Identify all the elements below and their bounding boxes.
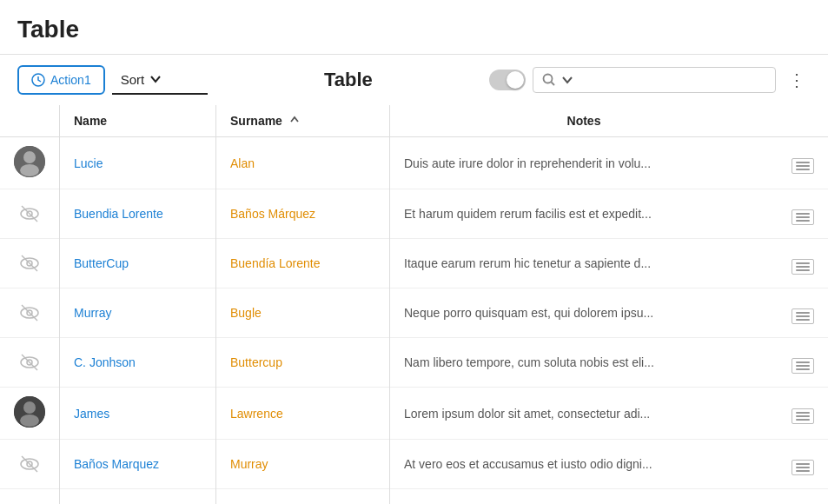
search-icon xyxy=(542,73,556,87)
data-table: Name Surname Notes LucieAlanDuis a xyxy=(0,105,828,504)
cell-surname[interactable]: Buendía Lorente xyxy=(216,239,390,288)
cell-surname[interactable]: Smith xyxy=(216,489,390,505)
cell-notes: Duis aute irure dolor in reprehenderit i… xyxy=(390,137,778,189)
col-header-name: Name xyxy=(60,105,216,137)
row-menu-icon[interactable] xyxy=(792,460,814,475)
cell-notes: Et harum quidem rerum facilis est et exp… xyxy=(390,189,778,239)
row-menu-icon[interactable] xyxy=(792,308,814,324)
cell-avatar xyxy=(0,189,60,239)
cell-surname[interactable]: Murray xyxy=(216,440,390,489)
page-title: Table xyxy=(0,0,828,54)
cell-surname[interactable]: Baños Márquez xyxy=(216,189,390,239)
chevron-down-icon xyxy=(149,73,162,85)
table-row: BugleSmithSed ut perspiciatis unde omnis… xyxy=(0,489,828,505)
cell-avatar xyxy=(0,440,60,489)
no-avatar-icon xyxy=(14,198,45,229)
toggle-switch[interactable] xyxy=(489,70,526,90)
action1-button[interactable]: Action1 xyxy=(17,65,105,95)
cell-action[interactable] xyxy=(778,137,828,189)
search-area xyxy=(533,67,776,93)
cell-action[interactable] xyxy=(778,239,828,288)
cell-name[interactable]: ButterCup xyxy=(60,239,216,288)
cell-action[interactable] xyxy=(778,440,828,489)
cell-name[interactable]: Murray xyxy=(60,288,216,338)
table-row: Baños MarquezMurrayAt vero eos et accusa… xyxy=(0,440,828,489)
table-row: C. JonhsonButtercupNam libero tempore, c… xyxy=(0,338,828,388)
col-header-action xyxy=(778,105,828,137)
no-avatar-icon xyxy=(14,248,45,279)
cell-name[interactable]: C. Jonhson xyxy=(60,338,216,388)
sort-label: Sort xyxy=(121,72,145,87)
cell-notes: Sed ut perspiciatis unde omnis iste natu… xyxy=(390,489,778,505)
no-avatar-icon xyxy=(14,448,45,480)
table-heading: Table xyxy=(215,69,482,91)
no-avatar-icon xyxy=(14,347,45,378)
svg-point-4 xyxy=(23,151,36,163)
svg-point-20 xyxy=(20,414,39,427)
cell-surname[interactable]: Lawrence xyxy=(216,388,390,440)
cell-avatar xyxy=(0,239,60,288)
action1-label: Action1 xyxy=(50,73,91,87)
cell-name[interactable]: Bugle xyxy=(60,489,216,505)
cell-action[interactable] xyxy=(778,288,828,338)
no-avatar-icon xyxy=(14,297,45,328)
cell-action[interactable] xyxy=(778,189,828,239)
svg-point-19 xyxy=(23,401,36,414)
cell-name[interactable]: Lucie xyxy=(60,137,216,189)
cell-surname[interactable]: Bugle xyxy=(216,288,390,338)
cell-notes: Nam libero tempore, cum soluta nobis est… xyxy=(390,338,778,388)
cell-surname[interactable]: Alan xyxy=(216,137,390,189)
clock-icon xyxy=(31,73,45,87)
no-avatar-icon xyxy=(14,498,45,504)
cell-name[interactable]: Baños Marquez xyxy=(60,440,216,489)
chevron-down-search-icon[interactable] xyxy=(561,74,573,86)
svg-point-1 xyxy=(544,75,553,83)
cell-name[interactable]: Buendia Lorente xyxy=(60,189,216,239)
svg-point-5 xyxy=(20,164,39,176)
toggle-knob xyxy=(507,71,524,89)
table-row: JamesLawrenceLorem ipsum dolor sit amet,… xyxy=(0,388,828,440)
col-header-notes: Notes xyxy=(390,105,778,137)
cell-avatar xyxy=(0,338,60,388)
row-menu-icon[interactable] xyxy=(792,158,814,174)
cell-avatar xyxy=(0,288,60,338)
cell-avatar xyxy=(0,489,60,505)
cell-notes: Itaque earum rerum hic tenetur a sapient… xyxy=(390,239,778,288)
cell-surname[interactable]: Buttercup xyxy=(216,338,390,388)
row-menu-icon[interactable] xyxy=(792,259,814,275)
table-row: MurrayBugleNeque porro quisquam est, qui… xyxy=(0,288,828,338)
col-header-surname[interactable]: Surname xyxy=(216,105,390,137)
col-header-avatar xyxy=(0,105,60,137)
cell-notes: At vero eos et accusamus et iusto odio d… xyxy=(390,440,778,489)
row-menu-icon[interactable] xyxy=(792,209,814,225)
cell-name[interactable]: James xyxy=(60,388,216,440)
avatar xyxy=(14,146,45,177)
search-input[interactable] xyxy=(579,73,766,87)
cell-notes: Neque porro quisquam est, qui dolorem ip… xyxy=(390,288,778,338)
avatar xyxy=(14,396,45,428)
table-row: LucieAlanDuis aute irure dolor in repreh… xyxy=(0,137,828,189)
sort-asc-icon xyxy=(289,114,300,128)
svg-line-2 xyxy=(552,83,555,86)
cell-notes: Lorem ipsum dolor sit amet, consectetur … xyxy=(390,388,778,440)
row-menu-icon[interactable] xyxy=(792,358,814,374)
toggle-track[interactable] xyxy=(489,70,526,90)
table-header-row: Name Surname Notes xyxy=(0,105,828,137)
cell-action[interactable] xyxy=(778,388,828,440)
more-options-button[interactable]: ⋮ xyxy=(783,66,811,94)
sort-button[interactable]: Sort xyxy=(112,66,208,95)
row-menu-icon[interactable] xyxy=(792,408,814,424)
table-row: ButterCupBuendía LorenteItaque earum rer… xyxy=(0,239,828,288)
cell-avatar xyxy=(0,388,60,440)
toolbar: Action1 Sort Table ⋮ xyxy=(0,55,828,105)
cell-avatar xyxy=(0,137,60,189)
cell-action[interactable] xyxy=(778,489,828,505)
table-row: Buendia LorenteBaños MárquezEt harum qui… xyxy=(0,189,828,239)
cell-action[interactable] xyxy=(778,338,828,388)
